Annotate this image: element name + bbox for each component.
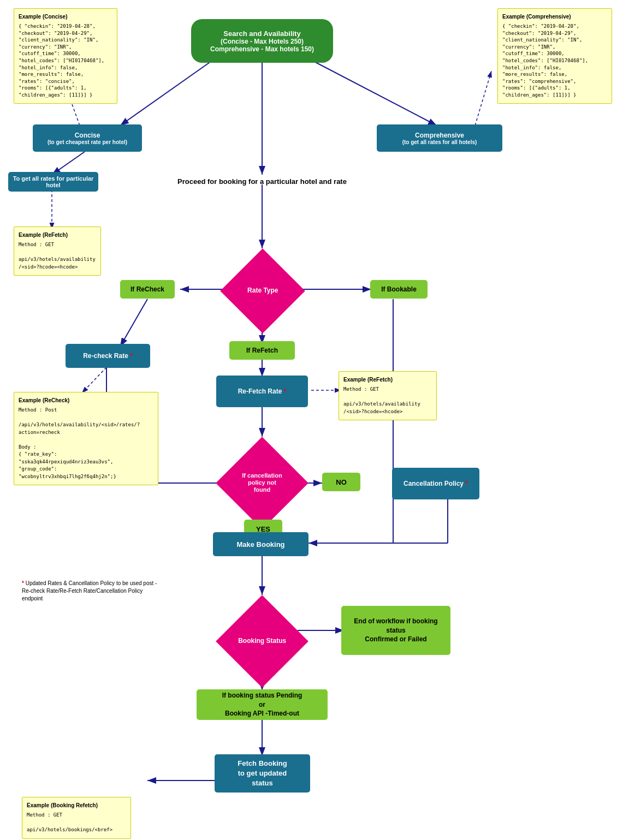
booking-status-label: Booking Status xyxy=(238,637,286,645)
pending-box: If booking status PendingorBooking API -… xyxy=(197,689,328,720)
fetch-booking-label: Fetch Bookingto get updatedstatus xyxy=(238,759,287,789)
if-bookable-box: If Bookable xyxy=(370,280,428,299)
rate-type-label: Rate Type xyxy=(247,287,277,294)
all-rates-box: To get all rates for particular hotel xyxy=(8,172,98,192)
example-concise-content: { "checkin": "2019-04-28", "checkout": "… xyxy=(19,23,112,99)
example-recheck-content: Method : Post /api/v3/hotels/availabilit… xyxy=(19,407,153,480)
example-refetch-right-title: Example (ReFetch) xyxy=(343,376,432,384)
comprehensive-sublabel: (to get all rates for all hotels) xyxy=(402,139,477,145)
all-rates-label: To get all rates for particular hotel xyxy=(13,175,94,188)
comprehensive-label: Comprehensive xyxy=(402,132,477,139)
concise-label: Concise xyxy=(48,132,127,139)
make-booking-box: Make Booking xyxy=(213,532,308,556)
example-comprehensive-title: Example (Comprehensive) xyxy=(502,13,607,21)
refetch-rate-box: Re-Fetch Rate * xyxy=(216,376,308,407)
recheck-rate-box: Re-check Rate * xyxy=(66,344,150,368)
example-refetch-left-note: Example (ReFetch) Method : GET api/v3/ho… xyxy=(14,227,101,276)
example-concise-title: Example (Concise) xyxy=(19,13,112,21)
cancellation-policy-diamond: If cancellationpolicy notfound xyxy=(227,437,298,529)
no-label: NO xyxy=(336,478,347,486)
search-line3: Comprehensive - Max hotels 150) xyxy=(210,45,314,53)
if-recheck-box: If ReCheck xyxy=(120,280,175,299)
example-booking-refetch-content: Method : GET api/v3/hotels/bookings/<bre… xyxy=(27,812,126,834)
rate-type-diamond: Rate Type xyxy=(228,248,296,333)
booking-status-diamond: Booking Status xyxy=(227,595,298,688)
example-concise-note: Example (Concise) { "checkin": "2019-04-… xyxy=(14,8,117,104)
svg-line-7 xyxy=(52,152,85,175)
example-comprehensive-content: { "checkin": "2019-04-28", "checkout": "… xyxy=(502,23,607,99)
cancellation-asterisk: * xyxy=(465,480,468,487)
example-refetch-right-content: Method : GET api/v3/hotels/availability … xyxy=(343,386,432,415)
cancellation-policy-box: Cancellation Policy * xyxy=(392,468,479,499)
example-refetch-left-content: Method : GET api/v3/hotels/availability … xyxy=(19,241,96,271)
pending-label: If booking status PendingorBooking API -… xyxy=(222,691,302,718)
example-booking-refetch-note: Example (Booking Refetch) Method : GET a… xyxy=(22,797,131,839)
example-refetch-right-note: Example (ReFetch) Method : GET api/v3/ho… xyxy=(339,371,437,420)
comprehensive-box: Comprehensive (to get all rates for all … xyxy=(377,124,502,152)
if-recheck-label: If ReCheck xyxy=(130,285,164,293)
example-booking-refetch-title: Example (Booking Refetch) xyxy=(27,802,126,809)
svg-line-2 xyxy=(120,60,213,126)
end-workflow-box: End of workflow if booking statusConfirm… xyxy=(341,606,450,655)
if-refetch-label: If ReFetch xyxy=(246,347,278,354)
make-booking-label: Make Booking xyxy=(236,540,284,549)
example-refetch-left-title: Example (ReFetch) xyxy=(19,231,96,239)
refetch-asterisk: * xyxy=(284,388,287,395)
flowchart: Search and Availability (Concise - Max H… xyxy=(0,0,623,840)
fetch-booking-box: Fetch Bookingto get updatedstatus xyxy=(215,754,310,793)
proceed-booking-label: Proceed for booking for a particular hot… xyxy=(153,177,371,186)
example-recheck-note: Example (ReCheck) Method : Post /api/v3/… xyxy=(14,392,158,485)
if-refetch-box: If ReFetch xyxy=(229,341,295,360)
search-availability-box: Search and Availability (Concise - Max H… xyxy=(191,19,333,63)
end-workflow-label: End of workflow if booking statusConfirm… xyxy=(345,617,447,644)
concise-sublabel: (to get cheapest rate per hotel) xyxy=(48,139,127,145)
example-comprehensive-note: Example (Comprehensive) { "checkin": "20… xyxy=(497,8,612,104)
refetch-rate-label: Re-Fetch Rate xyxy=(238,388,282,395)
cancellation-diamond-label: If cancellationpolicy notfound xyxy=(242,472,282,493)
cancellation-policy-label: Cancellation Policy xyxy=(404,480,464,487)
search-line2: (Concise - Max Hotels 250) xyxy=(210,38,314,45)
search-line1: Search and Availability xyxy=(210,29,314,38)
svg-line-6 xyxy=(475,71,491,126)
svg-line-14 xyxy=(82,367,106,393)
footnote-content: Updated Rates & Cancellation Policy to b… xyxy=(22,580,157,601)
if-bookable-label: If Bookable xyxy=(381,285,417,293)
no-label-box: NO xyxy=(322,473,360,491)
example-recheck-title: Example (ReCheck) xyxy=(19,397,153,404)
concise-box: Concise (to get cheapest rate per hotel) xyxy=(33,124,142,152)
recheck-asterisk: * xyxy=(130,352,133,360)
recheck-rate-label: Re-check Rate xyxy=(83,352,128,360)
svg-line-3 xyxy=(311,60,437,126)
footnote-text: * Updated Rates & Cancellation Policy to… xyxy=(22,580,158,603)
svg-line-13 xyxy=(120,299,147,347)
